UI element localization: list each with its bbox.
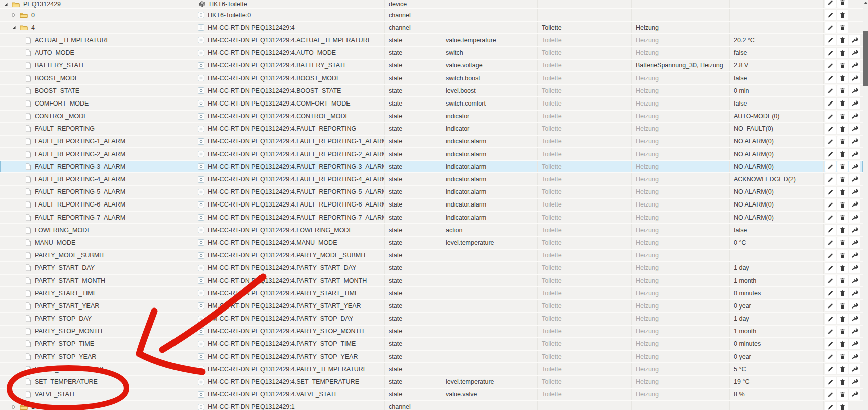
delete-object-button[interactable]: [837, 326, 848, 337]
edit-object-button[interactable]: [825, 300, 836, 311]
tree-collapse-arrow-icon[interactable]: [11, 25, 17, 30]
custom-settings-button[interactable]: [849, 326, 860, 337]
table-row[interactable]: PARTY_STOP_YEARHM-CC-RT-DN PEQ1312429:4.…: [0, 351, 863, 363]
delete-object-button[interactable]: [837, 389, 848, 400]
delete-object-button[interactable]: [837, 314, 848, 324]
scrollbar-thumb[interactable]: [863, 31, 868, 86]
custom-settings-button[interactable]: [849, 377, 860, 387]
delete-object-button[interactable]: [837, 339, 848, 349]
table-row[interactable]: BATTERY_STATEHM-CC-RT-DN PEQ1312429:4.BA…: [0, 60, 863, 72]
edit-object-button[interactable]: [825, 288, 836, 298]
delete-object-button[interactable]: [837, 351, 848, 362]
custom-settings-button[interactable]: [849, 136, 860, 147]
edit-object-button[interactable]: [825, 225, 836, 235]
vertical-scrollbar[interactable]: [863, 0, 868, 410]
edit-object-button[interactable]: [825, 351, 836, 362]
table-row[interactable]: COMFORT_MODEHM-CC-RT-DN PEQ1312429:4.COM…: [0, 97, 863, 110]
edit-object-button[interactable]: [825, 364, 836, 374]
custom-settings-button[interactable]: [849, 187, 860, 197]
custom-settings-button[interactable]: [849, 60, 860, 71]
delete-object-button[interactable]: [837, 22, 848, 33]
custom-settings-button[interactable]: [849, 275, 860, 286]
edit-object-button[interactable]: [825, 85, 836, 96]
custom-settings-button[interactable]: [849, 124, 860, 134]
custom-settings-button[interactable]: [849, 73, 860, 83]
custom-settings-button[interactable]: [849, 351, 860, 362]
edit-object-button[interactable]: [825, 0, 836, 8]
delete-object-button[interactable]: [837, 10, 848, 20]
table-row[interactable]: FAULT_REPORTING-7_ALARMHM-CC-RT-DN PEQ13…: [0, 212, 863, 224]
table-row[interactable]: PARTY_START_YEARHM-CC-RT-DN PEQ1312429:4…: [0, 300, 863, 313]
table-row[interactable]: FAULT_REPORTING-1_ALARMHM-CC-RT-DN PEQ13…: [0, 136, 863, 148]
table-row[interactable]: FAULT_REPORTING-3_ALARMHM-CC-RT-DN PEQ13…: [0, 161, 863, 173]
delete-object-button[interactable]: [837, 73, 848, 83]
delete-object-button[interactable]: [837, 98, 848, 109]
table-row[interactable]: LOWERING_MODEHM-CC-RT-DN PEQ1312429:4.LO…: [0, 224, 863, 237]
custom-settings-button[interactable]: [849, 288, 860, 298]
edit-object-button[interactable]: [825, 22, 836, 33]
delete-object-button[interactable]: [837, 275, 848, 286]
table-row[interactable]: FAULT_REPORTING-6_ALARMHM-CC-RT-DN PEQ13…: [0, 199, 863, 212]
custom-settings-button[interactable]: [849, 48, 860, 58]
table-row[interactable]: FAULT_REPORTING-2_ALARMHM-CC-RT-DN PEQ13…: [0, 148, 863, 161]
edit-object-button[interactable]: [825, 402, 836, 410]
edit-object-button[interactable]: [825, 212, 836, 223]
table-row[interactable]: VALVE_STATEHM-CC-RT-DN PEQ1312429:4.VALV…: [0, 389, 863, 401]
table-row[interactable]: SET_TEMPERATUREHM-CC-RT-DN PEQ1312429:4.…: [0, 376, 863, 388]
delete-object-button[interactable]: [837, 85, 848, 96]
custom-settings-button[interactable]: [849, 300, 860, 311]
scrollbar-up-arrow-icon[interactable]: [864, 2, 868, 4]
table-row[interactable]: PEQ1312429HKT6-Toilettedevice: [0, 0, 863, 9]
delete-object-button[interactable]: [837, 288, 848, 298]
edit-object-button[interactable]: [825, 326, 836, 337]
edit-object-button[interactable]: [825, 199, 836, 210]
table-row[interactable]: FAULT_REPORTINGHM-CC-RT-DN PEQ1312429:4.…: [0, 123, 863, 136]
delete-object-button[interactable]: [837, 136, 848, 147]
tree-expand-arrow-icon[interactable]: [11, 12, 17, 18]
table-row[interactable]: 4HM-CC-RT-DN PEQ1312429:4channelToilette…: [0, 22, 863, 34]
delete-object-button[interactable]: [837, 60, 848, 71]
edit-object-button[interactable]: [825, 377, 836, 387]
edit-object-button[interactable]: [825, 389, 836, 400]
delete-object-button[interactable]: [837, 402, 848, 410]
table-row[interactable]: PARTY_MODE_SUBMITHM-CC-RT-DN PEQ1312429:…: [0, 250, 863, 262]
delete-object-button[interactable]: [837, 161, 848, 172]
edit-object-button[interactable]: [825, 161, 836, 172]
delete-object-button[interactable]: [837, 364, 848, 374]
edit-object-button[interactable]: [825, 174, 836, 185]
edit-object-button[interactable]: [825, 60, 836, 71]
edit-object-button[interactable]: [825, 263, 836, 273]
delete-object-button[interactable]: [837, 237, 848, 248]
edit-object-button[interactable]: [825, 314, 836, 324]
delete-object-button[interactable]: [837, 35, 848, 45]
delete-object-button[interactable]: [837, 149, 848, 159]
delete-object-button[interactable]: [837, 174, 848, 185]
delete-object-button[interactable]: [837, 225, 848, 235]
table-row[interactable]: PARTY_START_TIMEHM-CC-RT-DN PEQ1312429:4…: [0, 287, 863, 300]
table-row[interactable]: PARTY_START_DAYHM-CC-RT-DN PEQ1312429:4.…: [0, 262, 863, 275]
delete-object-button[interactable]: [837, 199, 848, 210]
edit-object-button[interactable]: [825, 187, 836, 197]
table-row[interactable]: PARTY_STOP_MONTHHM-CC-RT-DN PEQ1312429:4…: [0, 326, 863, 338]
edit-object-button[interactable]: [825, 237, 836, 248]
table-row[interactable]: FAULT_REPORTING-4_ALARMHM-CC-RT-DN PEQ13…: [0, 173, 863, 186]
custom-settings-button[interactable]: [849, 199, 860, 210]
tree-expand-arrow-icon[interactable]: [11, 404, 17, 410]
edit-object-button[interactable]: [825, 136, 836, 147]
table-row[interactable]: BOOST_STATEHM-CC-RT-DN PEQ1312429:4.BOOS…: [0, 85, 863, 97]
table-row[interactable]: CONTROL_MODEHM-CC-RT-DN PEQ1312429:4.CON…: [0, 111, 863, 123]
edit-object-button[interactable]: [825, 250, 836, 261]
table-row[interactable]: BOOST_MODEHM-CC-RT-DN PEQ1312429:4.BOOST…: [0, 72, 863, 85]
custom-settings-button[interactable]: [849, 111, 860, 122]
custom-settings-button[interactable]: [849, 237, 860, 248]
table-row[interactable]: 0HKT6-Toilette:0channel: [0, 9, 863, 22]
custom-settings-button[interactable]: [849, 85, 860, 96]
delete-object-button[interactable]: [837, 263, 848, 273]
delete-object-button[interactable]: [837, 111, 848, 122]
custom-settings-button[interactable]: [849, 35, 860, 45]
edit-object-button[interactable]: [825, 275, 836, 286]
delete-object-button[interactable]: [837, 377, 848, 387]
custom-settings-button[interactable]: [849, 263, 860, 273]
table-row[interactable]: 1HM-CC-RT-DN PEQ1312429:1channel: [0, 401, 863, 410]
edit-object-button[interactable]: [825, 73, 836, 83]
